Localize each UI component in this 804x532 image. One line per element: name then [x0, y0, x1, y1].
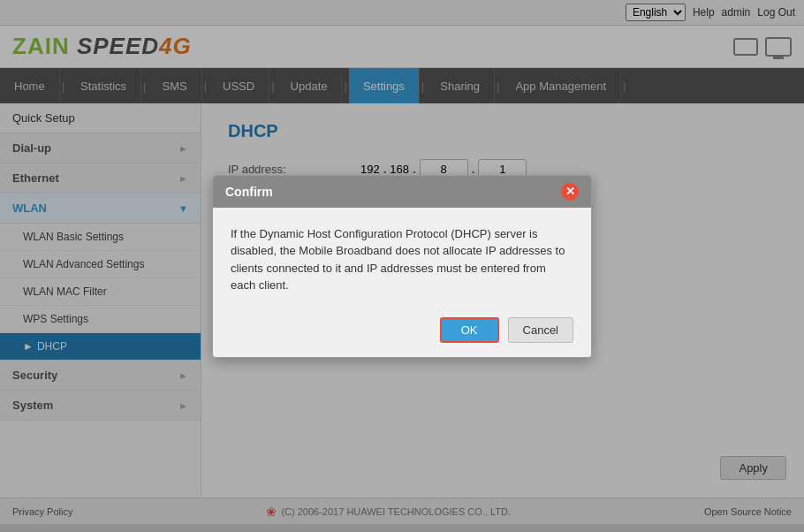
modal-ok-button[interactable]: OK [440, 317, 499, 343]
modal-close-button[interactable]: ✕ [561, 183, 579, 201]
modal-title: Confirm [225, 185, 273, 199]
modal-cancel-button[interactable]: Cancel [508, 317, 573, 343]
modal-footer: OK Cancel [213, 308, 591, 357]
confirm-modal: Confirm ✕ If the Dynamic Host Configurat… [212, 175, 592, 358]
modal-body: If the Dynamic Host Configuration Protoc… [213, 208, 591, 308]
modal-header: Confirm ✕ [213, 176, 591, 208]
modal-message: If the Dynamic Host Configuration Protoc… [231, 225, 573, 294]
modal-overlay: Confirm ✕ If the Dynamic Host Configurat… [0, 0, 804, 532]
